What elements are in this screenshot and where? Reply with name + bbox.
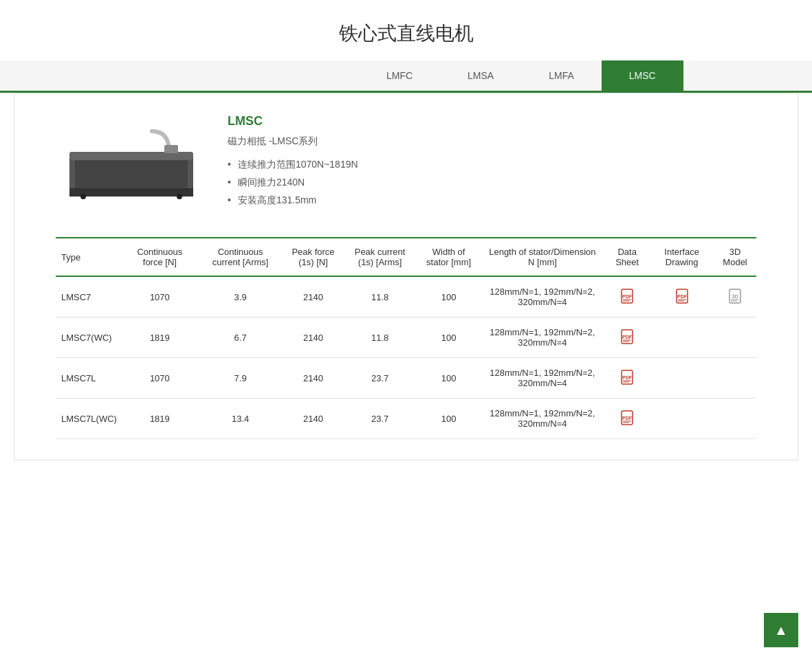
cell-length: 128mm/N=1, 192mm/N=2, 320mm/N=4 [481, 276, 605, 317]
cell-peak-current: 11.8 [343, 276, 417, 317]
table-row: LMSC7L(WC)181913.4214023.7100128mm/N=1, … [56, 399, 756, 439]
cell-interface-drawing [650, 399, 714, 439]
pdf-icon[interactable]: PDF [621, 410, 633, 425]
cell-peak-force: 2140 [283, 276, 342, 317]
pdf-icon[interactable]: PDF [621, 329, 633, 344]
svg-text:PDF: PDF [622, 335, 633, 339]
cell-data-sheet[interactable]: PDF [604, 276, 650, 317]
svg-rect-6 [164, 145, 178, 153]
cell-length: 128mm/N=1, 192mm/N=2, 320mm/N=4 [481, 317, 605, 358]
col-peak-force: Peak force (1s) [N] [283, 238, 342, 276]
cell-type: LMSC7L [56, 358, 122, 399]
col-length: Length of stator/Dimension N [mm] [481, 238, 605, 276]
motor-svg [63, 124, 200, 200]
tab-lmsa[interactable]: LMSA [440, 60, 521, 91]
cell-data-sheet[interactable]: PDF [604, 317, 650, 358]
cell-peak-force: 2140 [283, 358, 342, 399]
svg-text:3D: 3D [732, 294, 738, 299]
tab-lmsc[interactable]: LMSC [602, 60, 683, 91]
cell-3d-model [714, 399, 756, 439]
cell-peak-current: 23.7 [343, 358, 417, 399]
tab-lmfa[interactable]: LMFA [521, 60, 602, 91]
data-table: Type Continuous force [N] Continuous cur… [56, 237, 756, 439]
feature-1: 连续推力范围1070N~1819N [228, 156, 756, 174]
col-interface-drawing: Interface Drawing [650, 238, 714, 276]
tab-lmfc[interactable]: LMFC [359, 60, 440, 91]
cell-3d-model [714, 358, 756, 399]
svg-text:PDF: PDF [622, 375, 633, 380]
cell-data-sheet[interactable]: PDF [604, 399, 650, 439]
svg-rect-2 [69, 160, 75, 188]
product-image [56, 114, 207, 210]
col-3d-model: 3D Model [714, 238, 756, 276]
product-name: LMSC [228, 114, 756, 128]
cell-continuous-current: 7.9 [197, 358, 284, 399]
col-width: Width of stator [mm] [417, 238, 481, 276]
cell-continuous-force: 1819 [122, 317, 197, 358]
svg-rect-1 [69, 188, 193, 197]
cell-type: LMSC7(WC) [56, 317, 122, 358]
svg-rect-3 [188, 160, 193, 188]
cell-interface-drawing [650, 358, 714, 399]
col-type: Type [56, 238, 122, 276]
page-title: 铁心式直线电机 [0, 0, 812, 60]
cell-peak-force: 2140 [283, 317, 342, 358]
cell-type: LMSC7L(WC) [56, 399, 122, 439]
cell-continuous-force: 1819 [122, 399, 197, 439]
table-row: LMSC7(WC)18196.7214011.8100128mm/N=1, 19… [56, 317, 756, 358]
cell-continuous-current: 3.9 [197, 276, 284, 317]
product-info: LMSC 磁力相抵 -LMSC系列 连续推力范围1070N~1819N 瞬间推力… [228, 114, 756, 210]
product-features: 连续推力范围1070N~1819N 瞬间推力2140N 安装高度131.5mm [228, 156, 756, 210]
feature-3: 安装高度131.5mm [228, 192, 756, 210]
cell-3d-model [714, 317, 756, 358]
pdf-icon[interactable]: PDF [621, 370, 633, 385]
cell-width: 100 [417, 358, 481, 399]
cell-peak-current: 11.8 [343, 317, 417, 358]
pdf-icon[interactable]: PDF [621, 289, 633, 304]
cell-interface-drawing[interactable]: PDF [650, 276, 714, 317]
cell-width: 100 [417, 276, 481, 317]
svg-text:PDF: PDF [677, 294, 688, 299]
cell-peak-force: 2140 [283, 399, 342, 439]
cell-interface-drawing [650, 317, 714, 358]
interface-drawing-icon[interactable]: PDF [676, 289, 688, 304]
cell-continuous-force: 1070 [122, 276, 197, 317]
col-data-sheet: Data Sheet [604, 238, 650, 276]
col-continuous-current: Continuous current [Arms] [197, 238, 284, 276]
svg-point-5 [177, 194, 182, 199]
col-peak-current: Peak current (1s) [Arms] [343, 238, 417, 276]
cell-width: 100 [417, 317, 481, 358]
svg-text:PDF: PDF [622, 294, 633, 299]
product-subtitle: 磁力相抵 -LMSC系列 [228, 135, 756, 148]
cell-continuous-current: 6.7 [197, 317, 284, 358]
cell-width: 100 [417, 399, 481, 439]
cell-data-sheet[interactable]: PDF [604, 358, 650, 399]
3d-model-icon[interactable]: 3D [729, 289, 741, 304]
col-continuous-force: Continuous force [N] [122, 238, 197, 276]
tab-navigation: LMFC LMSA LMFA LMSC [0, 60, 812, 93]
cell-continuous-current: 13.4 [197, 399, 284, 439]
cell-length: 128mm/N=1, 192mm/N=2, 320mm/N=4 [481, 399, 605, 439]
table-header-row: Type Continuous force [N] Continuous cur… [56, 238, 756, 276]
svg-text:PDF: PDF [622, 416, 633, 421]
content-area: LMSC 磁力相抵 -LMSC系列 连续推力范围1070N~1819N 瞬间推力… [14, 93, 798, 460]
svg-point-4 [80, 194, 86, 199]
cell-length: 128mm/N=1, 192mm/N=2, 320mm/N=4 [481, 358, 605, 399]
cell-continuous-force: 1070 [122, 358, 197, 399]
cell-peak-current: 23.7 [343, 399, 417, 439]
product-section: LMSC 磁力相抵 -LMSC系列 连续推力范围1070N~1819N 瞬间推力… [56, 114, 756, 210]
table-row: LMSC710703.9214011.8100128mm/N=1, 192mm/… [56, 276, 756, 317]
feature-2: 瞬间推力2140N [228, 174, 756, 192]
table-row: LMSC7L10707.9214023.7100128mm/N=1, 192mm… [56, 358, 756, 399]
cell-3d-model[interactable]: 3D [714, 276, 756, 317]
cell-type: LMSC7 [56, 276, 122, 317]
